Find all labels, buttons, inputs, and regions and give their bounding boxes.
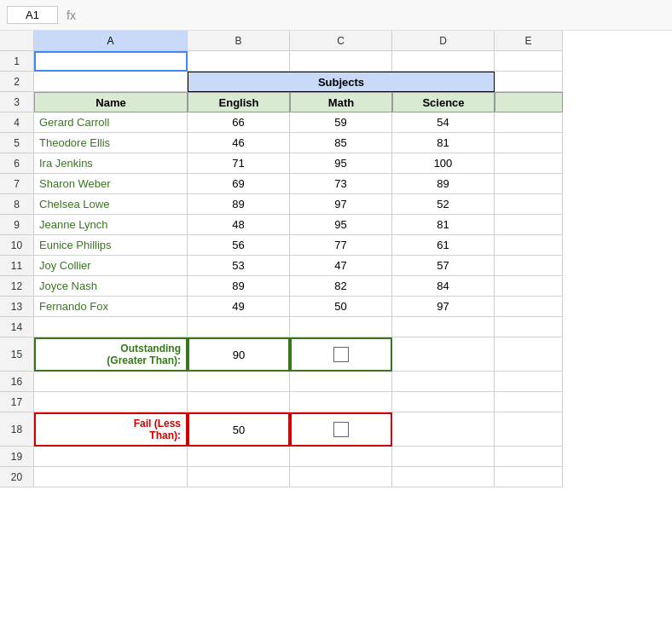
cell-b7[interactable]: 69 — [188, 174, 290, 194]
col-header-e[interactable]: E — [495, 31, 563, 51]
formula-input[interactable] — [81, 9, 665, 21]
cell-e11[interactable] — [495, 256, 563, 276]
cell-e18[interactable] — [495, 412, 563, 447]
cell-e10[interactable] — [495, 235, 563, 256]
cell-c12[interactable]: 82 — [290, 276, 392, 297]
cell-c17[interactable] — [290, 392, 392, 412]
cell-b17[interactable] — [188, 392, 290, 412]
cell-e2[interactable] — [495, 72, 563, 92]
cell-e19[interactable] — [495, 447, 563, 467]
cell-b4[interactable]: 66 — [188, 112, 290, 133]
cell-d4[interactable]: 54 — [392, 112, 495, 133]
cell-e7[interactable] — [495, 174, 563, 194]
cell-c1[interactable] — [290, 51, 392, 72]
cell-d8[interactable]: 52 — [392, 194, 495, 215]
cell-e1[interactable] — [495, 51, 563, 72]
cell-d9[interactable]: 81 — [392, 215, 495, 235]
cell-d10[interactable]: 61 — [392, 235, 495, 256]
cell-d7[interactable]: 89 — [392, 174, 495, 194]
cell-d19[interactable] — [392, 447, 495, 467]
cell-d15[interactable] — [392, 337, 495, 372]
cell-d17[interactable] — [392, 392, 495, 412]
cell-e6[interactable] — [495, 153, 563, 174]
cell-e9[interactable] — [495, 215, 563, 235]
cell-b19[interactable] — [188, 447, 290, 467]
col-header-d[interactable]: D — [392, 31, 495, 51]
cell-e15[interactable] — [495, 337, 563, 372]
cell-a1[interactable] — [34, 51, 188, 72]
cell-d11[interactable]: 57 — [392, 256, 495, 276]
cell-c13[interactable]: 50 — [290, 297, 392, 317]
cell-d18[interactable] — [392, 412, 495, 447]
cell-a12[interactable]: Joyce Nash — [34, 276, 188, 297]
cell-a6[interactable]: Ira Jenkins — [34, 153, 188, 174]
cell-a14[interactable] — [34, 317, 188, 337]
cell-b20[interactable] — [188, 467, 290, 487]
cell-b6[interactable]: 71 — [188, 153, 290, 174]
cell-reference[interactable]: A1 — [7, 6, 58, 24]
cell-a2[interactable] — [34, 72, 188, 92]
cell-b5[interactable]: 46 — [188, 133, 290, 153]
cell-b13[interactable]: 49 — [188, 297, 290, 317]
cell-c10[interactable]: 77 — [290, 235, 392, 256]
cell-d5[interactable]: 81 — [392, 133, 495, 153]
cell-e20[interactable] — [495, 467, 563, 487]
cell-c7[interactable]: 73 — [290, 174, 392, 194]
cell-d6[interactable]: 100 — [392, 153, 495, 174]
cell-b10[interactable]: 56 — [188, 235, 290, 256]
col-header-b[interactable]: B — [188, 31, 290, 51]
cell-d12[interactable]: 84 — [392, 276, 495, 297]
cell-a13[interactable]: Fernando Fox — [34, 297, 188, 317]
cell-b9[interactable]: 48 — [188, 215, 290, 235]
cell-e8[interactable] — [495, 194, 563, 215]
cell-b11[interactable]: 53 — [188, 256, 290, 276]
cell-a10[interactable]: Eunice Phillips — [34, 235, 188, 256]
cell-c8[interactable]: 97 — [290, 194, 392, 215]
fail-value[interactable]: 50 — [188, 412, 290, 447]
cell-c16[interactable] — [290, 372, 392, 392]
outstanding-checkbox[interactable] — [333, 347, 349, 362]
cell-c20[interactable] — [290, 467, 392, 487]
cell-a11[interactable]: Joy Collier — [34, 256, 188, 276]
col-header-c[interactable]: C — [290, 31, 392, 51]
cell-b1[interactable] — [188, 51, 290, 72]
cell-e12[interactable] — [495, 276, 563, 297]
cell-e4[interactable] — [495, 112, 563, 133]
cell-a19[interactable] — [34, 447, 188, 467]
cell-c4[interactable]: 59 — [290, 112, 392, 133]
cell-c5[interactable]: 85 — [290, 133, 392, 153]
cell-d14[interactable] — [392, 317, 495, 337]
cell-d1[interactable] — [392, 51, 495, 72]
cell-e3[interactable] — [495, 92, 563, 112]
cell-e13[interactable] — [495, 297, 563, 317]
cell-b12[interactable]: 89 — [188, 276, 290, 297]
fail-checkbox[interactable] — [333, 422, 349, 437]
col-header-a[interactable]: A — [34, 31, 188, 51]
cell-e14[interactable] — [495, 317, 563, 337]
cell-b16[interactable] — [188, 372, 290, 392]
cell-e17[interactable] — [495, 392, 563, 412]
cell-a5[interactable]: Theodore Ellis — [34, 133, 188, 153]
cell-c14[interactable] — [290, 317, 392, 337]
outstanding-checkbox-cell[interactable] — [290, 337, 392, 372]
cell-a16[interactable] — [34, 372, 188, 392]
fail-checkbox-cell[interactable] — [290, 412, 392, 447]
cell-a8[interactable]: Chelsea Lowe — [34, 194, 188, 215]
cell-e16[interactable] — [495, 372, 563, 392]
cell-a4[interactable]: Gerard Carroll — [34, 112, 188, 133]
cell-c19[interactable] — [290, 447, 392, 467]
cell-a9[interactable]: Jeanne Lynch — [34, 215, 188, 235]
cell-d13[interactable]: 97 — [392, 297, 495, 317]
cell-a17[interactable] — [34, 392, 188, 412]
cell-a20[interactable] — [34, 467, 188, 487]
cell-b14[interactable] — [188, 317, 290, 337]
cell-c9[interactable]: 95 — [290, 215, 392, 235]
cell-d20[interactable] — [392, 467, 495, 487]
cell-d16[interactable] — [392, 372, 495, 392]
outstanding-value[interactable]: 90 — [188, 337, 290, 372]
cell-e5[interactable] — [495, 133, 563, 153]
cell-c11[interactable]: 47 — [290, 256, 392, 276]
cell-c6[interactable]: 95 — [290, 153, 392, 174]
cell-b8[interactable]: 89 — [188, 194, 290, 215]
cell-a7[interactable]: Sharon Weber — [34, 174, 188, 194]
